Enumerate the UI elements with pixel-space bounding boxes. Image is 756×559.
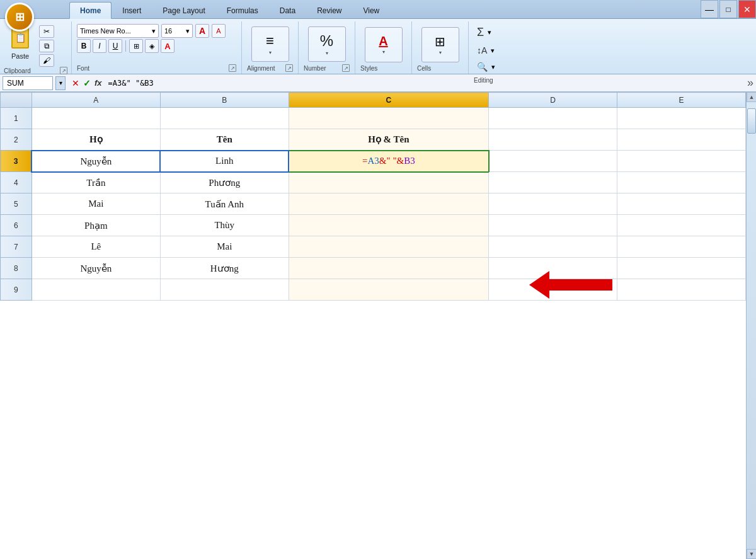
cell-A7[interactable]: Lê	[32, 236, 160, 258]
cell-A8[interactable]: Nguyễn	[32, 258, 160, 279]
cell-E6[interactable]	[617, 215, 745, 236]
cell-C3[interactable]: =A3&" "&B3	[289, 151, 488, 172]
border-button[interactable]: ⊞	[129, 39, 143, 53]
scroll-up-button[interactable]: ▲	[747, 92, 756, 102]
cell-D6[interactable]	[489, 215, 617, 236]
formula-bar-expand[interactable]: »	[747, 76, 753, 89]
col-header-B[interactable]: B	[160, 93, 289, 108]
number-group-label: Number	[304, 65, 326, 72]
cell-B2[interactable]: Tên	[160, 129, 289, 151]
cell-A4[interactable]: Trần	[32, 172, 160, 193]
cell-C7[interactable]	[289, 236, 488, 258]
cell-E8[interactable]	[617, 258, 745, 279]
cell-E3[interactable]	[617, 151, 745, 172]
cell-E5[interactable]	[617, 193, 745, 215]
cell-E1[interactable]	[617, 108, 745, 129]
font-dialog-launcher[interactable]: ↗	[229, 64, 236, 72]
number-dialog-launcher[interactable]: ↗	[342, 64, 350, 72]
cell-B7[interactable]: Mai	[160, 236, 289, 258]
cell-E7[interactable]	[617, 236, 745, 258]
font-color-button[interactable]: A	[161, 39, 175, 53]
cell-C1[interactable]	[289, 108, 488, 129]
cell-B6[interactable]: Thùy	[160, 215, 289, 236]
cell-D7[interactable]	[489, 236, 617, 258]
italic-button[interactable]: I	[93, 39, 106, 53]
col-header-C[interactable]: C	[289, 93, 488, 108]
tab-data[interactable]: Data	[269, 2, 306, 18]
cell-C4[interactable]	[289, 172, 488, 193]
font-name-select[interactable]: Times New Ro... ▾	[77, 24, 159, 38]
tab-home[interactable]: Home	[69, 2, 112, 19]
cell-E4[interactable]	[617, 172, 745, 193]
cell-B5[interactable]: Tuấn Anh	[160, 193, 289, 215]
format-painter-button[interactable]: 🖌	[39, 54, 54, 67]
close-button[interactable]: ✕	[738, 0, 756, 18]
number-button[interactable]: % ▾	[308, 26, 346, 62]
cell-B4[interactable]: Phương	[160, 172, 289, 193]
tab-formulas[interactable]: Formulas	[216, 2, 269, 18]
cell-A1[interactable]	[32, 108, 160, 129]
name-box-dropdown[interactable]: ▾	[55, 76, 66, 90]
copy-button[interactable]: ⧉	[39, 40, 54, 52]
increase-font-button[interactable]: A	[195, 24, 209, 38]
find-button[interactable]: 🔍 ▾	[474, 60, 527, 74]
underline-button[interactable]: U	[108, 39, 122, 53]
sort-button[interactable]: ↕A ▾	[474, 43, 527, 57]
formula-input[interactable]	[108, 76, 742, 90]
formula-confirm-button[interactable]: ✓	[83, 78, 91, 88]
font-size-select[interactable]: 16 ▾	[161, 24, 193, 38]
tab-review[interactable]: Review	[306, 2, 352, 18]
maximize-button[interactable]: □	[719, 0, 737, 18]
col-header-D[interactable]: D	[489, 93, 617, 108]
cell-A2[interactable]: Họ	[32, 129, 160, 151]
name-box[interactable]: SUM	[3, 76, 53, 90]
scroll-thumb[interactable]	[747, 108, 756, 134]
styles-group-label: Styles	[360, 65, 377, 72]
cell-B8[interactable]: Hương	[160, 258, 289, 279]
cell-D4[interactable]	[489, 172, 617, 193]
fill-color-button[interactable]: ◈	[145, 39, 159, 53]
number-group: % ▾ Number ↗	[299, 21, 355, 74]
cell-B9[interactable]	[160, 279, 289, 301]
alignment-button[interactable]: ≡ ▾	[251, 26, 289, 62]
cell-D5[interactable]	[489, 193, 617, 215]
tab-page-layout[interactable]: Page Layout	[152, 2, 215, 18]
styles-group: A ▾ Styles	[355, 21, 412, 74]
cell-C6[interactable]	[289, 215, 488, 236]
cell-A6[interactable]: Phạm	[32, 215, 160, 236]
minimize-button[interactable]: —	[701, 0, 718, 18]
decrease-font-button[interactable]: A	[212, 24, 226, 38]
cell-B3[interactable]: Linh	[160, 151, 289, 172]
sum-button[interactable]: Σ ▾	[474, 24, 527, 41]
cut-button[interactable]: ✂	[39, 25, 54, 38]
cell-C2[interactable]: Họ & Tên	[289, 129, 488, 151]
table-row: 7 Lê Mai	[1, 236, 746, 258]
styles-button[interactable]: A ▾	[365, 27, 403, 62]
vertical-scrollbar[interactable]: ▲ ▼	[746, 92, 756, 559]
clipboard-dialog-launcher[interactable]: ↗	[60, 67, 67, 74]
tab-insert[interactable]: Insert	[112, 2, 152, 18]
bold-button[interactable]: B	[77, 39, 91, 53]
corner-header	[1, 93, 32, 108]
cell-C5[interactable]	[289, 193, 488, 215]
cell-A9[interactable]	[32, 279, 160, 301]
office-button[interactable]: ⊞	[5, 3, 34, 32]
cell-D2[interactable]	[489, 129, 617, 151]
cell-C8[interactable]	[289, 258, 488, 279]
cell-E2[interactable]	[617, 129, 745, 151]
cell-D1[interactable]	[489, 108, 617, 129]
tab-view[interactable]: View	[352, 2, 390, 18]
cell-A3[interactable]: Nguyễn	[32, 151, 160, 172]
column-header-row: A B C D E	[1, 93, 746, 108]
formula-cancel-button[interactable]: ✕	[72, 78, 79, 88]
alignment-dialog-launcher[interactable]: ↗	[285, 64, 293, 72]
scroll-down-button[interactable]: ▼	[747, 549, 756, 559]
cell-C9[interactable]	[289, 279, 488, 301]
cell-E9[interactable]	[617, 279, 745, 301]
cell-B1[interactable]	[160, 108, 289, 129]
col-header-A[interactable]: A	[32, 93, 160, 108]
cell-D3[interactable]	[489, 151, 617, 172]
col-header-E[interactable]: E	[617, 93, 745, 108]
cells-button[interactable]: ⊞ ▾	[421, 27, 459, 62]
cell-A5[interactable]: Mai	[32, 193, 160, 215]
